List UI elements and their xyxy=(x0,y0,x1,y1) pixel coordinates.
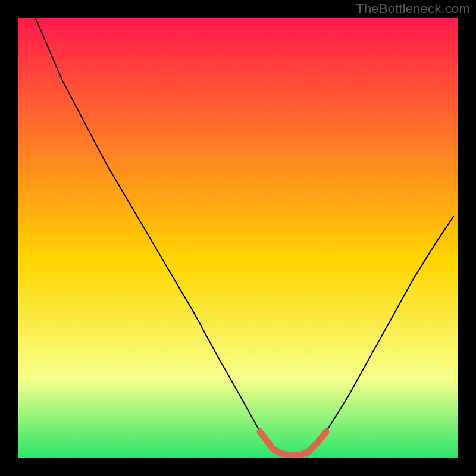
plot-area xyxy=(18,18,458,458)
watermark-text: TheBottleneck.com xyxy=(356,1,470,17)
chart-svg xyxy=(18,18,458,458)
chart-frame: TheBottleneck.com xyxy=(0,0,476,476)
